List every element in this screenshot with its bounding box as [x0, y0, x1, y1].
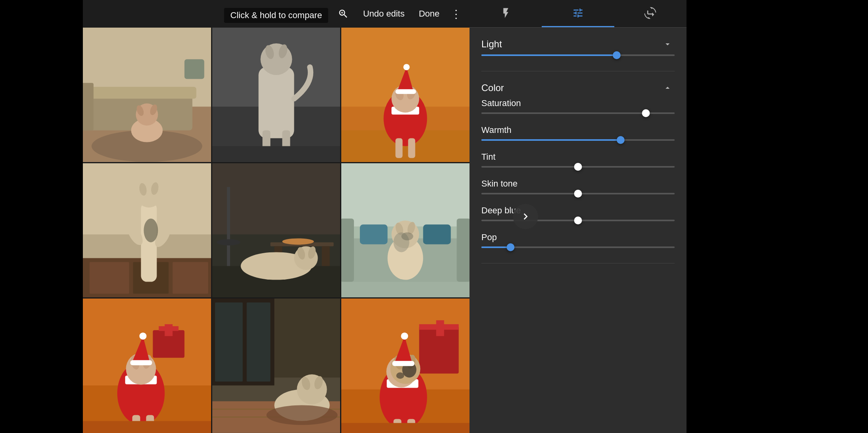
- svg-point-51: [217, 239, 240, 245]
- svg-rect-67: [423, 224, 451, 244]
- svg-rect-50: [227, 187, 230, 266]
- saturation-slider-row: Saturation: [481, 98, 675, 114]
- chevron-right-icon: [519, 210, 532, 223]
- deep-blue-thumb[interactable]: [574, 216, 582, 224]
- pop-thumb[interactable]: [507, 243, 514, 251]
- photo-cell[interactable]: [83, 163, 211, 298]
- svg-rect-78: [165, 324, 172, 336]
- svg-point-31: [404, 64, 410, 70]
- light-slider-fill: [481, 54, 617, 56]
- light-label: Light: [481, 39, 502, 50]
- svg-rect-33: [408, 138, 415, 158]
- chevron-down-icon: [663, 39, 672, 49]
- svg-rect-94: [247, 302, 270, 381]
- color-label: Color: [481, 82, 504, 93]
- svg-rect-32: [396, 138, 403, 158]
- svg-rect-66: [360, 224, 387, 244]
- enhance-icon: [500, 7, 512, 19]
- light-slider-row: [481, 54, 675, 56]
- search-zoom-button[interactable]: [335, 5, 352, 22]
- skin-tone-slider-row: Skin tone: [481, 179, 675, 194]
- svg-rect-39: [172, 262, 208, 293]
- pop-slider-row: Pop: [481, 232, 675, 248]
- deep-blue-label: Deep blue: [481, 205, 675, 216]
- light-section: Light: [481, 28, 675, 71]
- svg-rect-121: [341, 423, 470, 433]
- warmth-slider-row: Warmth: [481, 125, 675, 141]
- sliders-icon: [572, 7, 584, 19]
- search-zoom-icon: [338, 8, 349, 19]
- left-sidebar: [0, 0, 83, 433]
- warmth-fill: [481, 139, 621, 141]
- pop-label: Pop: [481, 232, 675, 243]
- svg-rect-89: [83, 421, 211, 433]
- saturation-label: Saturation: [481, 98, 675, 108]
- photo-cell[interactable]: [341, 163, 470, 298]
- tint-thumb[interactable]: [574, 163, 582, 171]
- warmth-track[interactable]: [481, 139, 675, 141]
- compare-hint: Click & hold to compare: [224, 8, 328, 23]
- warmth-thumb[interactable]: [617, 136, 625, 144]
- tint-label: Tint: [481, 152, 675, 162]
- svg-rect-107: [436, 320, 444, 336]
- skin-tone-track[interactable]: [481, 193, 675, 194]
- light-slider-thumb[interactable]: [613, 51, 621, 59]
- deep-blue-slider-row: Deep blue: [481, 205, 675, 221]
- color-section-header: Color: [481, 71, 675, 98]
- svg-point-73: [402, 232, 413, 240]
- svg-rect-93: [215, 302, 243, 381]
- svg-rect-40: [141, 203, 157, 282]
- svg-rect-85: [130, 360, 152, 366]
- enhance-tab[interactable]: [470, 0, 542, 27]
- undo-edits-button[interactable]: Undo edits: [360, 7, 408, 21]
- next-arrow-button[interactable]: [513, 204, 538, 229]
- svg-rect-3: [83, 87, 196, 99]
- svg-point-46: [144, 218, 158, 242]
- photo-cell[interactable]: [341, 299, 470, 433]
- saturation-track[interactable]: [481, 112, 675, 114]
- light-section-header: Light: [481, 28, 675, 54]
- crop-tab[interactable]: [614, 0, 687, 27]
- photo-cell[interactable]: [83, 299, 211, 433]
- svg-point-55: [282, 238, 314, 244]
- svg-rect-10: [185, 59, 204, 79]
- photo-cell[interactable]: [83, 28, 211, 162]
- crop-rotate-icon: [644, 7, 656, 19]
- svg-rect-117: [393, 361, 415, 366]
- svg-rect-14: [258, 67, 294, 138]
- photo-cell[interactable]: [341, 28, 470, 162]
- photo-cell[interactable]: [212, 163, 340, 298]
- photo-cell[interactable]: [212, 28, 340, 162]
- svg-point-86: [139, 332, 146, 340]
- skin-tone-thumb[interactable]: [574, 190, 582, 198]
- svg-rect-37: [90, 262, 129, 293]
- svg-rect-65: [457, 218, 470, 282]
- panel-icon-bar: [470, 0, 687, 28]
- skin-tone-label: Skin tone: [481, 179, 675, 189]
- photo-area: Click & hold to compare Undo edits Done …: [83, 0, 470, 433]
- photo-cell[interactable]: [212, 299, 340, 433]
- warmth-label: Warmth: [481, 125, 675, 135]
- done-button[interactable]: Done: [415, 7, 443, 21]
- svg-point-115: [397, 373, 404, 379]
- saturation-thumb[interactable]: [642, 109, 650, 117]
- svg-point-102: [266, 405, 337, 425]
- deep-blue-track[interactable]: [481, 220, 675, 221]
- light-collapse-button[interactable]: [660, 37, 675, 51]
- svg-rect-54: [322, 246, 329, 266]
- svg-rect-48: [212, 163, 340, 234]
- editor-toolbar: Click & hold to compare Undo edits Done …: [83, 0, 470, 28]
- pop-track[interactable]: [481, 246, 675, 248]
- svg-rect-64: [341, 218, 354, 282]
- color-collapse-button[interactable]: [660, 81, 675, 95]
- pop-fill: [481, 246, 511, 248]
- light-slider-track[interactable]: [481, 54, 675, 56]
- edit-panel: Light Color: [470, 0, 687, 433]
- adjustments-tab[interactable]: [542, 0, 614, 27]
- photo-grid: [83, 28, 470, 433]
- tint-slider-row: Tint: [481, 152, 675, 168]
- svg-point-15: [260, 43, 292, 75]
- more-options-button[interactable]: ⋮: [451, 7, 462, 21]
- chevron-up-icon: [663, 83, 672, 93]
- tint-track[interactable]: [481, 166, 675, 168]
